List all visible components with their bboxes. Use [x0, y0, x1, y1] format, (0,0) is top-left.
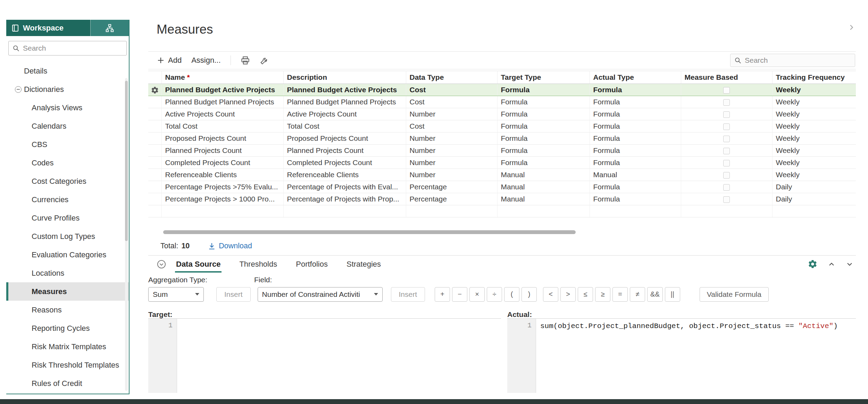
table-cell: Weekly	[772, 108, 856, 120]
table-cell: Cost	[406, 84, 497, 96]
table-cell: Completed Projects Count	[161, 157, 283, 169]
sidebar-item-reporting-cycles[interactable]: Reporting Cycles	[6, 319, 129, 337]
operator-button[interactable]: ≤	[578, 287, 593, 302]
sidebar-item-cost-categories[interactable]: Cost Categories	[6, 172, 129, 190]
table-cell: Total Cost	[283, 120, 406, 132]
sidebar-item-risk-threshold-templates[interactable]: Risk Threshold Templates	[6, 356, 129, 374]
insert-field-button[interactable]: Insert	[391, 287, 425, 302]
panel-settings-icon[interactable]	[808, 259, 818, 269]
sidebar-item-measures[interactable]: Measures	[6, 282, 129, 301]
chevron-up-icon[interactable]	[827, 260, 836, 268]
measure-based-checkbox[interactable]	[723, 111, 730, 118]
operator-button[interactable]: =	[612, 287, 628, 302]
table-row[interactable]: Completed Projects CountCompleted Projec…	[148, 157, 856, 169]
sidebar-item-curve-profiles[interactable]: Curve Profiles	[6, 209, 129, 227]
operator-button[interactable]: −	[452, 287, 467, 302]
total-label: Total:	[160, 242, 178, 250]
column-header-target-type[interactable]: Target Type	[497, 71, 590, 84]
sidebar-item-currencies[interactable]: Currencies	[6, 190, 129, 209]
operator-button[interactable]: ≥	[595, 287, 610, 302]
table-cell: Formula	[590, 157, 681, 169]
actual-formula-editor[interactable]: 1 sum(object.Project_plannedBudget, obje…	[507, 318, 856, 393]
sidebar-item-reasons[interactable]: Reasons	[6, 301, 129, 319]
measure-based-checkbox[interactable]	[723, 184, 730, 191]
sidebar-item-details[interactable]: Details	[6, 62, 129, 80]
sidebar-item-risk-matrix-templates[interactable]: Risk Matrix Templates	[6, 337, 129, 356]
operator-button[interactable]: ÷	[487, 287, 502, 302]
target-code-area[interactable]	[177, 319, 501, 393]
sidebar-item-evaluation-categories[interactable]: Evaluation Categories	[6, 246, 129, 264]
sidebar-item-cbs[interactable]: CBS	[6, 135, 129, 154]
table-row[interactable]: Percentage Projects >75% Evalu...Percent…	[148, 181, 856, 193]
column-header-actual-type[interactable]: Actual Type	[590, 71, 681, 84]
operator-button[interactable]: >	[560, 287, 576, 302]
table-search-input[interactable]	[745, 56, 851, 65]
sidebar-item-label: Codes	[32, 158, 54, 167]
table-row[interactable]: Proposed Projects CountProposed Projects…	[148, 132, 856, 145]
operator-button[interactable]: ≠	[630, 287, 645, 302]
measure-based-checkbox[interactable]	[723, 196, 730, 203]
validate-formula-button[interactable]: Validate Formula	[700, 287, 769, 302]
assign-button[interactable]: Assign...	[191, 56, 220, 65]
target-formula-editor[interactable]: 1	[148, 318, 501, 393]
measure-based-checkbox[interactable]	[723, 123, 730, 130]
table-row[interactable]: Planned Projects CountPlanned Projects C…	[148, 145, 856, 157]
row-settings-icon[interactable]	[151, 86, 159, 94]
table-cell: Formula	[497, 84, 590, 96]
table-row[interactable]: Active Projects CountActive Projects Cou…	[148, 108, 856, 120]
table-row[interactable]: Planned Budget Planned ProjectsPlanned B…	[148, 96, 856, 108]
sidebar-item-analysis-views[interactable]: Analysis Views	[6, 98, 129, 117]
insert-aggregation-button[interactable]: Insert	[216, 287, 251, 302]
measure-based-checkbox[interactable]	[723, 172, 730, 179]
hierarchy-button[interactable]	[90, 20, 129, 36]
tab-data-source[interactable]: Data Source	[175, 256, 222, 273]
column-header-tracking-frequency[interactable]: Tracking Frequency	[772, 71, 856, 84]
actual-code-area[interactable]: sum(object.Project_plannedBudget, object…	[536, 319, 856, 393]
table-row[interactable]: Referenceable ClientsReferenceable Clien…	[148, 169, 856, 181]
sidebar-search-input[interactable]	[23, 44, 123, 52]
measure-based-checkbox[interactable]	[723, 160, 730, 166]
add-button[interactable]: Add	[157, 56, 182, 65]
line-number-gutter: 1	[507, 319, 536, 393]
operator-button[interactable]: (	[504, 287, 519, 302]
operator-button[interactable]: ||	[665, 287, 680, 302]
operator-button[interactable]: +	[435, 287, 450, 302]
measure-based-checkbox[interactable]	[723, 148, 730, 154]
operator-button[interactable]: <	[543, 287, 558, 302]
operator-button[interactable]: )	[521, 287, 537, 302]
sidebar-item-codes[interactable]: Codes	[6, 154, 129, 172]
column-header-description[interactable]: Description	[283, 71, 406, 84]
table-row[interactable]: Total CostTotal CostCostFormulaFormulaWe…	[148, 120, 856, 132]
table-row[interactable]: Planned Budget Active ProjectsPlanned Bu…	[148, 84, 856, 96]
table-row[interactable]: Percentage Projects > 1000 Pro...Percent…	[148, 193, 856, 205]
sidebar-item-locations[interactable]: Locations	[6, 264, 129, 282]
column-header-measure-based[interactable]: Measure Based	[681, 71, 772, 84]
table-cell: Planned Projects Count	[283, 145, 406, 157]
measure-based-checkbox[interactable]	[723, 136, 730, 142]
column-header-name[interactable]: Name *	[161, 71, 283, 84]
sidebar-item-calendars[interactable]: Calendars	[6, 117, 129, 135]
tools-button[interactable]	[260, 56, 269, 65]
chevron-down-icon[interactable]	[845, 260, 854, 268]
download-link[interactable]: Download	[208, 242, 252, 250]
column-header-data-type[interactable]: Data Type	[406, 71, 497, 84]
print-button[interactable]	[241, 56, 250, 65]
field-select[interactable]: Number of Constrained Activiti	[258, 287, 383, 302]
sidebar-scrollbar-thumb[interactable]	[125, 81, 128, 241]
horizontal-scrollbar-thumb[interactable]	[163, 230, 576, 234]
tab-thresholds[interactable]: Thresholds	[238, 256, 278, 273]
workspace-button[interactable]: Workspace	[6, 20, 90, 36]
operator-button[interactable]: &&	[647, 287, 663, 302]
tab-portfolios[interactable]: Portfolios	[295, 256, 329, 273]
collapse-panel-icon[interactable]	[157, 259, 166, 269]
operator-button[interactable]: ×	[469, 287, 485, 302]
tab-strategies[interactable]: Strategies	[345, 256, 382, 273]
collapse-circle-icon[interactable]	[15, 86, 22, 93]
panel-expand-right-icon[interactable]	[848, 24, 855, 33]
measure-based-checkbox[interactable]	[723, 99, 730, 106]
sidebar-item-dictionaries[interactable]: Dictionaries	[6, 80, 129, 98]
aggregation-type-select[interactable]: Sum	[148, 287, 204, 302]
measure-based-checkbox[interactable]	[723, 87, 730, 94]
sidebar-item-custom-log-types[interactable]: Custom Log Types	[6, 227, 129, 246]
sidebar-item-rules-of-credit[interactable]: Rules of Credit	[6, 374, 129, 393]
